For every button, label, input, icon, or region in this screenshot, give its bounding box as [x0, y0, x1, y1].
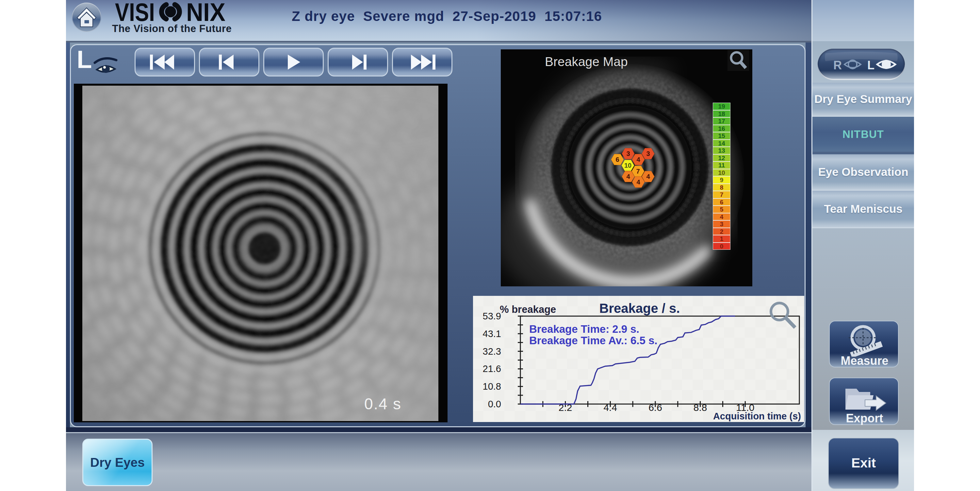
svg-text:8.8: 8.8 [694, 402, 707, 413]
svg-text:6: 6 [616, 156, 619, 163]
svg-text:Acquisition time (s): Acquisition time (s) [713, 411, 801, 421]
svg-text:L: L [867, 59, 875, 72]
svg-text:32.3: 32.3 [483, 346, 501, 357]
svg-text:4: 4 [646, 173, 650, 180]
svg-text:4: 4 [636, 156, 640, 163]
svg-text:3: 3 [626, 150, 630, 157]
svg-text:Breakage Time: 2.9 s.: Breakage Time: 2.9 s. [529, 323, 639, 335]
svg-text:0.0: 0.0 [488, 399, 501, 409]
svg-text:4: 4 [636, 179, 640, 186]
svg-text:21.6: 21.6 [483, 363, 501, 374]
svg-text:10: 10 [624, 162, 632, 169]
svg-text:3: 3 [646, 150, 650, 157]
svg-text:% breakage: % breakage [500, 304, 556, 315]
svg-text:4.4: 4.4 [603, 402, 617, 413]
svg-text:6.6: 6.6 [648, 402, 662, 413]
svg-text:VISI: VISI [115, 0, 155, 24]
svg-text:53.9: 53.9 [483, 311, 501, 321]
svg-text:R: R [833, 59, 842, 72]
svg-text:43.1: 43.1 [483, 328, 501, 339]
svg-text:7: 7 [636, 168, 640, 175]
svg-text:10.8: 10.8 [483, 381, 501, 392]
svg-text:Breakage Time Av.: 6.5 s.: Breakage Time Av.: 6.5 s. [529, 335, 657, 346]
svg-text:4: 4 [626, 173, 630, 180]
svg-text:Breakage / s.: Breakage / s. [600, 301, 680, 316]
